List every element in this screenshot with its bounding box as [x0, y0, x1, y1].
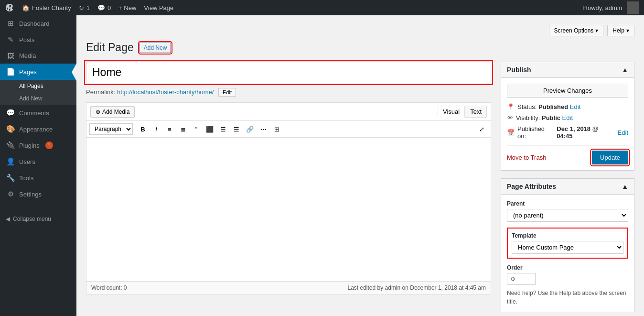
- page-title-input[interactable]: [86, 62, 491, 83]
- sidebar-label-appearance: Appearance: [19, 126, 53, 133]
- update-button[interactable]: Update: [592, 151, 628, 164]
- sidebar-menu: ⊞ Dashboard ✎ Posts 🖼 Media 📄 Pages All …: [0, 15, 76, 202]
- last-edited: Last edited by admin on December 1, 2018…: [347, 284, 486, 291]
- updates-icon: ↻: [79, 4, 84, 11]
- status-icon: 📍: [507, 103, 515, 110]
- sidebar-label-plugins: Plugins: [19, 142, 40, 149]
- sidebar-item-dashboard[interactable]: ⊞ Dashboard: [0, 15, 76, 32]
- sidebar-item-pages[interactable]: 📄 Pages: [0, 64, 76, 80]
- screen-options-button[interactable]: Screen Options ▾: [549, 25, 604, 36]
- collapse-label: Collapse menu: [13, 216, 51, 222]
- comments-icon: 💬: [97, 4, 105, 11]
- italic-button[interactable]: I: [150, 123, 162, 135]
- permalink-edit-button[interactable]: Edit: [218, 88, 236, 97]
- sidebar-item-settings[interactable]: ⚙ Settings: [0, 186, 76, 202]
- bold-button[interactable]: B: [137, 123, 149, 135]
- pages-submenu: All Pages Add New: [0, 80, 76, 105]
- visibility-edit-link[interactable]: Edit: [562, 114, 573, 121]
- main-editor: Permalink: http://localhost/foster-chari…: [86, 62, 491, 316]
- ol-button[interactable]: ≣: [177, 123, 189, 135]
- site-name-item[interactable]: 🏠 Foster Charity: [22, 4, 71, 11]
- posts-icon: ✎: [6, 35, 15, 44]
- page-title: Edit Page: [86, 41, 134, 54]
- sidebar-label-comments: Comments: [19, 109, 49, 117]
- sidebar-item-media[interactable]: 🖼 Media: [0, 48, 76, 64]
- visibility-label: Visibility:: [516, 114, 540, 121]
- parent-select[interactable]: (no parent): [507, 209, 628, 222]
- plugins-badge: 1: [45, 142, 53, 149]
- sidebar-item-appearance[interactable]: 🎨 Appearance: [0, 121, 76, 137]
- appearance-icon: 🎨: [6, 125, 15, 133]
- page-attributes-header: Page Attributes ▲: [501, 179, 634, 195]
- expand-button[interactable]: ⤢: [475, 123, 488, 135]
- content-area: Permalink: http://localhost/foster-chari…: [86, 62, 634, 316]
- order-label: Order: [507, 264, 628, 271]
- status-row: 📍 Status: Published Edit: [507, 103, 628, 110]
- sidebar-item-plugins[interactable]: 🔌 Plugins 1: [0, 137, 76, 153]
- add-media-icon: ⊕: [96, 109, 100, 115]
- template-select[interactable]: Home Custom Page: [512, 241, 623, 254]
- sidebar-item-users[interactable]: 👤 Users: [0, 153, 76, 170]
- published-label: Published on:: [517, 125, 555, 140]
- align-right-button[interactable]: ☰: [230, 123, 243, 135]
- editor-toolbar-top: ⊕ Add Media Visual Text: [86, 103, 491, 121]
- align-center-button[interactable]: ☰: [217, 123, 229, 135]
- page-attributes-box: Page Attributes ▲ Parent (no parent) Tem…: [501, 178, 634, 312]
- side-panel: Publish ▲ Preview Changes 📍 Status: Publ…: [501, 62, 634, 316]
- collapse-publish-icon[interactable]: ▲: [622, 66, 628, 74]
- add-media-button[interactable]: ⊕ Add Media: [90, 106, 135, 118]
- wp-logo-item[interactable]: [5, 3, 14, 12]
- updates-item[interactable]: ↻ 1: [79, 4, 90, 11]
- home-icon: 🏠: [22, 4, 30, 11]
- collapse-menu[interactable]: ◀ Collapse menu: [0, 212, 76, 226]
- sidebar-item-posts[interactable]: ✎ Posts: [0, 32, 76, 48]
- preview-changes-button[interactable]: Preview Changes: [507, 84, 628, 98]
- status-label: Status:: [517, 103, 537, 110]
- main-content: Screen Options ▾ Help ▾ Edit Page Add Ne…: [76, 15, 644, 316]
- more-button[interactable]: ⋯: [257, 123, 269, 135]
- editor-content[interactable]: [86, 138, 491, 281]
- visual-tab[interactable]: Visual: [438, 106, 465, 118]
- format-select[interactable]: Paragraph: [89, 123, 133, 135]
- order-input[interactable]: [507, 273, 536, 285]
- top-actions: Screen Options ▾ Help ▾: [86, 25, 634, 36]
- sidebar-label-media: Media: [19, 52, 36, 59]
- move-to-trash-link[interactable]: Move to Trash: [507, 154, 546, 161]
- published-value: Dec 1, 2018 @ 04:45: [557, 125, 616, 140]
- parent-label: Parent: [507, 200, 628, 207]
- status-edit-link[interactable]: Edit: [570, 103, 580, 110]
- publish-box: Publish ▲ Preview Changes 📍 Status: Publ…: [501, 62, 634, 171]
- visibility-icon: 👁: [507, 114, 513, 121]
- settings-icon: ⚙: [6, 190, 15, 198]
- new-item[interactable]: + New: [118, 4, 136, 11]
- template-label: Template: [512, 232, 623, 239]
- ul-button[interactable]: ≡: [163, 123, 176, 135]
- collapse-attributes-icon[interactable]: ▲: [622, 183, 628, 190]
- table-button[interactable]: ⊞: [270, 123, 283, 135]
- sidebar-sub-all-pages[interactable]: All Pages: [0, 80, 76, 92]
- sidebar-label-posts: Posts: [19, 36, 35, 44]
- status-value: Published: [538, 103, 568, 110]
- sidebar-label-users: Users: [19, 158, 35, 165]
- sidebar-sub-add-new[interactable]: Add New: [0, 92, 76, 105]
- align-left-button[interactable]: ⬛: [204, 123, 216, 135]
- page-header: Edit Page Add New: [86, 41, 634, 54]
- published-edit-link[interactable]: Edit: [618, 129, 628, 136]
- adminbar-right: Howdy, admin: [583, 1, 639, 14]
- help-button[interactable]: Help ▾: [607, 25, 634, 36]
- sidebar-label-settings: Settings: [19, 191, 42, 198]
- template-section: Template Home Custom Page: [507, 228, 628, 259]
- collapse-icon: ◀: [6, 216, 10, 222]
- view-page-item[interactable]: View Page: [144, 4, 173, 11]
- add-new-button[interactable]: Add New: [140, 43, 172, 53]
- sidebar-item-tools[interactable]: 🔧 Tools: [0, 170, 76, 186]
- help-text: Need help? Use the Help tab above the sc…: [507, 289, 628, 306]
- sidebar-item-comments[interactable]: 💬 Comments: [0, 105, 76, 121]
- comments-sidebar-icon: 💬: [6, 109, 15, 117]
- text-tab[interactable]: Text: [465, 106, 487, 118]
- blockquote-button[interactable]: ": [190, 123, 203, 135]
- word-count: Word count: 0: [91, 284, 127, 291]
- permalink-url[interactable]: http://localhost/foster-charity/home/: [117, 88, 214, 96]
- comments-item[interactable]: 💬 0: [97, 4, 111, 11]
- link-button[interactable]: 🔗: [244, 123, 256, 135]
